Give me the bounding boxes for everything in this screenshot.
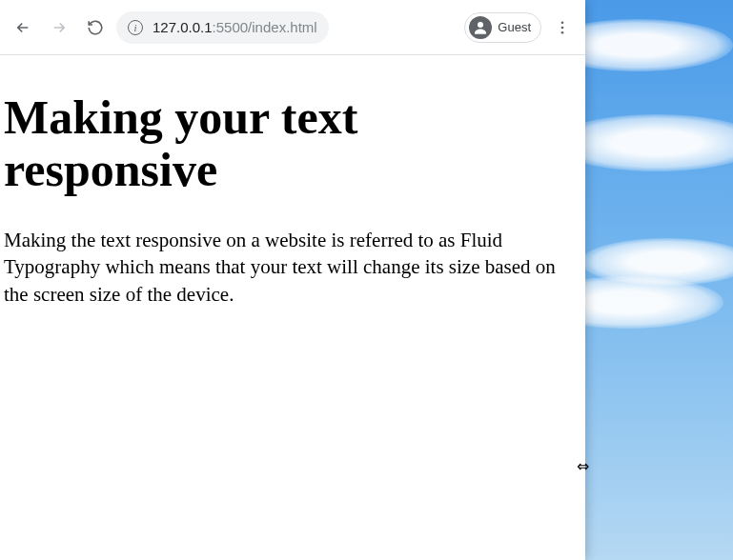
forward-button[interactable] (44, 12, 74, 43)
url-path: /index.html (248, 19, 317, 35)
reload-button[interactable] (80, 12, 111, 43)
browser-menu-button[interactable] (547, 12, 578, 43)
page-heading: Making your text responsive (4, 91, 578, 196)
profile-chip[interactable]: Guest (464, 12, 541, 43)
browser-window: i 127.0.0.1:5500/index.html Guest Making… (0, 0, 585, 560)
svg-point-1 (561, 21, 564, 24)
avatar-icon (469, 16, 492, 39)
url-text: 127.0.0.1:5500/index.html (153, 19, 317, 35)
profile-label: Guest (498, 20, 531, 34)
page-paragraph: Making the text responsive on a website … (4, 227, 557, 308)
browser-toolbar: i 127.0.0.1:5500/index.html Guest (0, 0, 585, 55)
svg-point-3 (561, 30, 564, 33)
url-port: :5500 (213, 19, 249, 35)
site-info-icon[interactable]: i (128, 20, 143, 35)
svg-point-2 (561, 26, 564, 29)
url-host: 127.0.0.1 (153, 19, 213, 35)
svg-point-0 (478, 22, 483, 28)
back-button[interactable] (8, 12, 38, 43)
page-content: Making your text responsive Making the t… (0, 55, 585, 560)
address-bar[interactable]: i 127.0.0.1:5500/index.html (116, 11, 329, 44)
